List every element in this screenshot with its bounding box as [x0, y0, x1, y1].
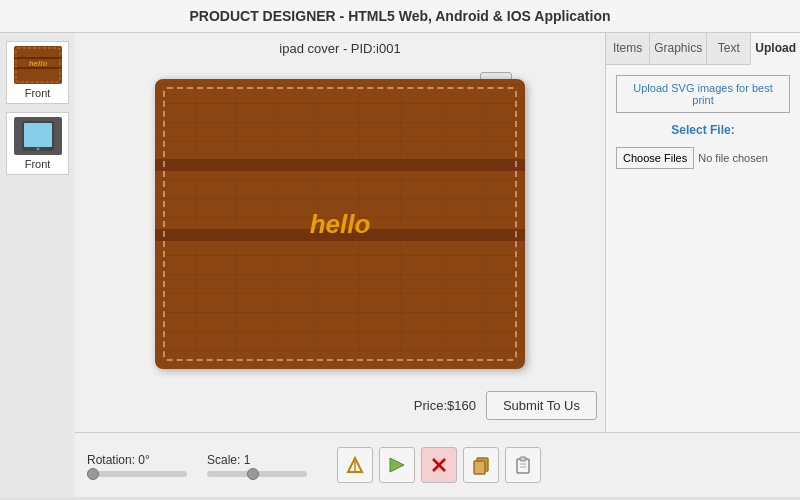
choose-files-button[interactable]: Choose Files — [616, 147, 694, 169]
rotation-slider[interactable] — [87, 471, 187, 477]
scale-slider[interactable] — [207, 471, 307, 477]
delete-icon — [429, 455, 449, 475]
flip-horizontal-button[interactable] — [379, 447, 415, 483]
svg-rect-14 — [474, 461, 485, 474]
thumb-ipad-image — [14, 117, 62, 155]
sidebar-item-front-ipad[interactable]: Front — [6, 112, 69, 175]
product-title: ipad cover - PID:i001 — [83, 41, 597, 56]
svg-rect-6 — [24, 123, 52, 147]
copy-icon — [471, 455, 491, 475]
sidebar-label-front-cover: Front — [25, 87, 51, 99]
no-file-text: No file chosen — [698, 152, 768, 164]
controls-bar: Rotation: 0° Scale: 1 — [75, 432, 800, 497]
scale-control: Scale: 1 — [207, 453, 307, 477]
delete-button[interactable] — [421, 447, 457, 483]
align-button[interactable] — [337, 447, 373, 483]
sidebar: hello Front Front — [0, 33, 75, 497]
file-input-row: Choose Files No file chosen — [616, 147, 790, 169]
icon-buttons — [337, 447, 541, 483]
price-submit-row: Price:$160 Submit To Us — [83, 385, 597, 424]
canvas-design-text[interactable]: hello — [310, 208, 371, 239]
price-label: Price:$160 — [414, 398, 476, 413]
panel-tabs: Items Graphics Text Upload — [606, 33, 800, 65]
rotation-control: Rotation: 0° — [87, 453, 187, 477]
sidebar-item-front-cover[interactable]: hello Front — [6, 41, 69, 104]
main-layout: hello Front Front ipad cover - PID:i001 — [0, 33, 800, 497]
upload-hint-button[interactable]: Upload SVG images for best print — [616, 75, 790, 113]
rotation-slider-thumb — [87, 468, 99, 480]
tab-text[interactable]: Text — [707, 33, 751, 64]
tab-items[interactable]: Items — [606, 33, 650, 64]
paste-icon — [513, 455, 533, 475]
product-canvas[interactable]: hello — [155, 79, 525, 369]
align-icon — [345, 455, 365, 475]
paste-button[interactable] — [505, 447, 541, 483]
panel-content: Upload SVG images for best print Select … — [606, 65, 800, 179]
sidebar-label-front-ipad: Front — [25, 158, 51, 170]
submit-button[interactable]: Submit To Us — [486, 391, 597, 420]
svg-point-7 — [36, 148, 39, 151]
canvas-stripe-top — [155, 159, 525, 171]
page-header: PRODUCT DESIGNER - HTML5 Web, Android & … — [0, 0, 800, 33]
scale-slider-thumb — [247, 468, 259, 480]
right-panel: Items Graphics Text Upload Upload SVG im… — [605, 33, 800, 432]
copy-button[interactable] — [463, 447, 499, 483]
svg-rect-16 — [520, 457, 526, 461]
flip-horizontal-icon — [387, 455, 407, 475]
select-file-label: Select File: — [616, 123, 790, 137]
canvas-area: ipad cover - PID:i001 🔗 ↺ — [75, 33, 605, 432]
canvas-wrapper: 🔗 ↺ hello — [83, 62, 597, 385]
svg-text:hello: hello — [28, 59, 47, 68]
scale-label: Scale: 1 — [207, 453, 307, 467]
svg-marker-10 — [390, 458, 404, 472]
tab-graphics[interactable]: Graphics — [650, 33, 707, 64]
tab-upload[interactable]: Upload — [751, 33, 800, 65]
rotation-label: Rotation: 0° — [87, 453, 187, 467]
page-title: PRODUCT DESIGNER - HTML5 Web, Android & … — [189, 8, 610, 24]
thumb-cover-image: hello — [14, 46, 62, 84]
